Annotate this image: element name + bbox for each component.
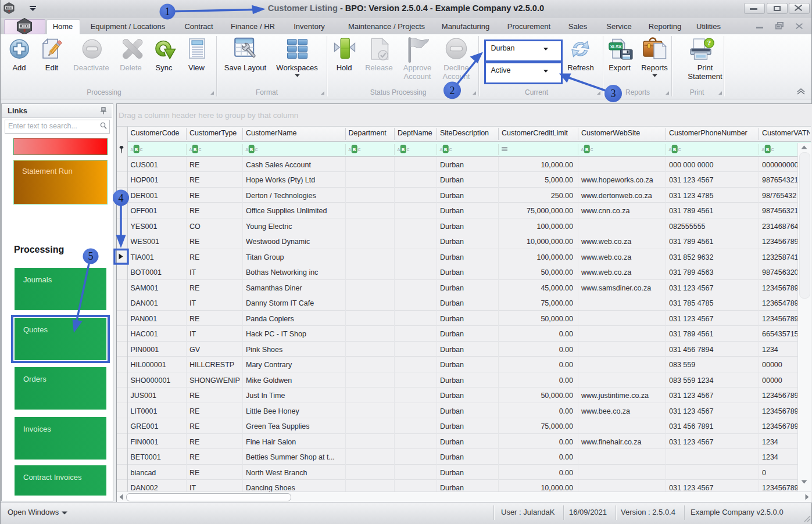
svg-text:1: 1	[165, 6, 170, 17]
svg-text:4: 4	[119, 192, 124, 204]
svg-text:3: 3	[611, 88, 616, 99]
svg-text:2: 2	[450, 85, 455, 96]
svg-text:5: 5	[88, 250, 94, 262]
